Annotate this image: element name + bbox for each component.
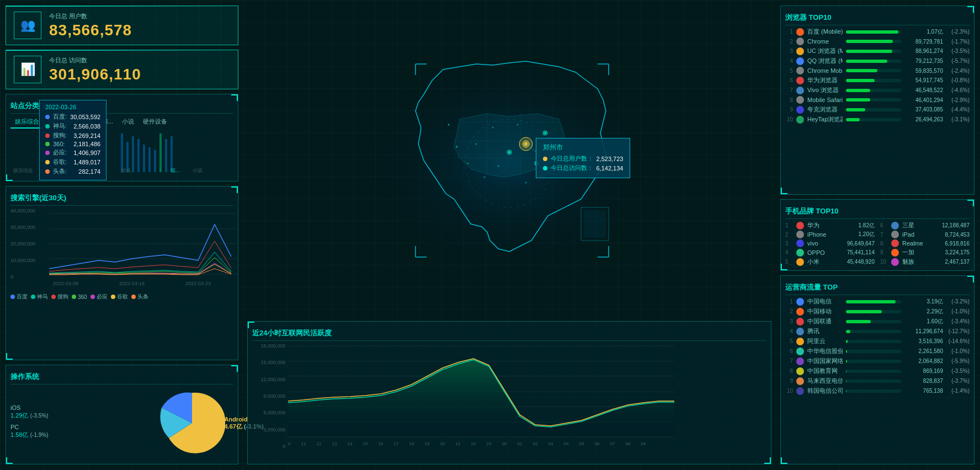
operator-rank-row: 10 韩国电信公司 765,138 (-1.4%) — [785, 387, 970, 395]
y-label-40m: 40,000,000 — [10, 208, 48, 213]
svg-text:12: 12 — [316, 441, 321, 446]
pc-value: 1.58亿 — [10, 431, 28, 438]
browser-bar-wrap — [846, 79, 901, 82]
operator-rank-row: 2 中国移动 2.29亿 (-1.0%) — [785, 307, 970, 316]
tooltip-item: 360:2,181,486 — [45, 141, 100, 147]
svg-rect-7 — [159, 133, 162, 172]
act-y7: 0 — [252, 444, 286, 449]
ios-name: iOS — [10, 404, 20, 411]
operator-rank-row: 8 中国教育网 869,169 (-3.5%) — [785, 367, 970, 375]
svg-rect-5 — [148, 147, 151, 172]
browser-bar-wrap — [846, 98, 901, 102]
dot-visits — [543, 166, 547, 170]
svg-text:20: 20 — [440, 441, 445, 446]
tooltip-visits-value: 6,142,134 — [596, 165, 624, 172]
browser-change: (-4.4%) — [946, 106, 970, 113]
svg-text:09: 09 — [641, 441, 646, 446]
zhengzhou-tooltip: 郑州市 今日总用户数： 2,523,723 今日总访问数： 6,142,134 — [536, 138, 631, 178]
legend-item: 谷歌 — [111, 293, 128, 301]
svg-rect-4 — [143, 145, 145, 172]
browser-value: 37,403,085 — [904, 106, 943, 113]
browser-list: 1 百度 (Mobile) 1.07亿 (-2.3%) 2 Chrome 89,… — [785, 28, 970, 124]
svg-text:23: 23 — [486, 441, 491, 446]
operator-bar-wrap — [846, 300, 901, 303]
tooltip-users-label: 今日总用户数： — [551, 154, 593, 163]
os-pie-chart — [159, 390, 225, 456]
browser-change: (-4.6%) — [946, 87, 970, 93]
browser-change: (-1.7%) — [946, 39, 970, 45]
browser-name: 华为浏览器 — [807, 76, 843, 84]
svg-text:2022-03-09: 2022-03-09 — [53, 281, 78, 286]
tooltip-item: 谷歌:1,489,017 — [45, 158, 100, 166]
browser-bar-wrap — [846, 69, 901, 72]
rank-num: 5 — [785, 68, 793, 74]
ios-change: (-3.5%) — [30, 413, 49, 419]
svg-point-52 — [484, 177, 486, 178]
browser-bar — [846, 69, 877, 72]
operator-rank-row: 6 中华电信股份... 2,261,580 (-1.0%) — [785, 347, 970, 355]
operator-bar-wrap — [846, 389, 901, 393]
browser-value: 46,548,522 — [904, 87, 943, 93]
browser-bar-wrap — [846, 89, 901, 92]
browser-bar — [846, 108, 865, 111]
svg-text:15: 15 — [363, 441, 368, 446]
tooltip-visits-label: 今日总访问数： — [551, 164, 593, 172]
svg-text:19: 19 — [424, 441, 429, 446]
svg-text:05: 05 — [579, 441, 584, 446]
tab-novel[interactable]: 小说 — [118, 116, 139, 129]
browser-bar-wrap — [846, 108, 901, 111]
act-y3: 12,000,000 — [252, 377, 286, 382]
browser-rank-row: 1 百度 (Mobile) 1.07亿 (-2.3%) — [785, 28, 970, 36]
visits-label: 今日总 访问数 — [49, 56, 141, 66]
svg-rect-6 — [154, 150, 156, 172]
svg-text:娱乐综合: 娱乐综合 — [13, 168, 33, 173]
svg-text:03: 03 — [548, 441, 553, 446]
svg-point-53 — [525, 182, 527, 184]
svg-text:01: 01 — [517, 441, 522, 446]
activity-title: 近24小时互联网民活跃度 — [252, 326, 766, 341]
browser-bar — [846, 89, 870, 92]
browser-value: 26,494,263 — [904, 116, 943, 122]
svg-point-42 — [448, 124, 450, 126]
brand-row-right: 6三星12,188,487 — [880, 221, 970, 229]
act-y1: 18,000,000 — [252, 343, 286, 349]
svg-text:游戏: 游戏 — [121, 168, 131, 173]
tab-entertainment[interactable]: 娱乐综合 — [10, 116, 44, 129]
brand-row-right: 8Realme6,918,816 — [880, 239, 970, 247]
browser-bar-wrap — [846, 118, 901, 121]
browser-bar — [846, 98, 870, 102]
search-legend: 百度神马搜狗360必应谷歌头条 — [10, 293, 233, 301]
svg-rect-0 — [121, 133, 123, 172]
operator-bar-wrap — [846, 340, 901, 343]
corner-br — [764, 457, 771, 464]
browser-rank-row: 3 UC 浏览器 (Mo... 88,961,274 (-3.5%) — [785, 47, 970, 55]
browser-rank-row: 8 Mobile Safari 46,401,294 (-2.9%) — [785, 96, 970, 104]
browser-bar — [846, 79, 875, 82]
svg-text:13: 13 — [332, 441, 337, 446]
users-label: 今日总 用户数 — [49, 12, 132, 22]
rank-num: 2 — [785, 39, 793, 45]
browser-change: (-3.1%) — [946, 116, 970, 122]
operator-bar-wrap — [846, 370, 901, 373]
rank-num: 1 — [785, 29, 793, 35]
activity-chart: 10 11 12 13 14 15 16 17 18 19 20 21 22 2… — [288, 343, 767, 459]
rank-num: 10 — [785, 116, 793, 122]
svg-text:16: 16 — [378, 441, 383, 446]
browser-icon — [796, 28, 804, 36]
browser-icon — [796, 116, 804, 124]
browser-rank-row: 5 Chrome Mobile 59,835,570 (-2.4%) — [785, 67, 970, 74]
tooltip-visits-row: 今日总访问数： 6,142,134 — [543, 164, 624, 172]
tooltip-users-value: 2,523,723 — [596, 156, 624, 162]
svg-point-35 — [508, 151, 510, 153]
browser-change: (-5.7%) — [946, 58, 970, 64]
svg-text:07: 07 — [610, 441, 615, 446]
browser-change: (-2.3%) — [946, 29, 970, 35]
right-column: 浏览器 TOP10 1 百度 (Mobile) 1.07亿 (-2.3%) 2 … — [776, 6, 974, 464]
browser-rank-row: 7 Vivo 浏览器 46,548,522 (-4.6%) — [785, 86, 970, 94]
svg-rect-8 — [165, 139, 167, 172]
browser-icon — [796, 96, 804, 104]
operator-rank-row: 7 中国国家网络... 2,064,882 (-5.9%) — [785, 357, 970, 365]
tab-hardware[interactable]: 硬件设备 — [139, 116, 172, 129]
svg-text:18: 18 — [409, 441, 414, 446]
browser-icon — [796, 106, 804, 114]
